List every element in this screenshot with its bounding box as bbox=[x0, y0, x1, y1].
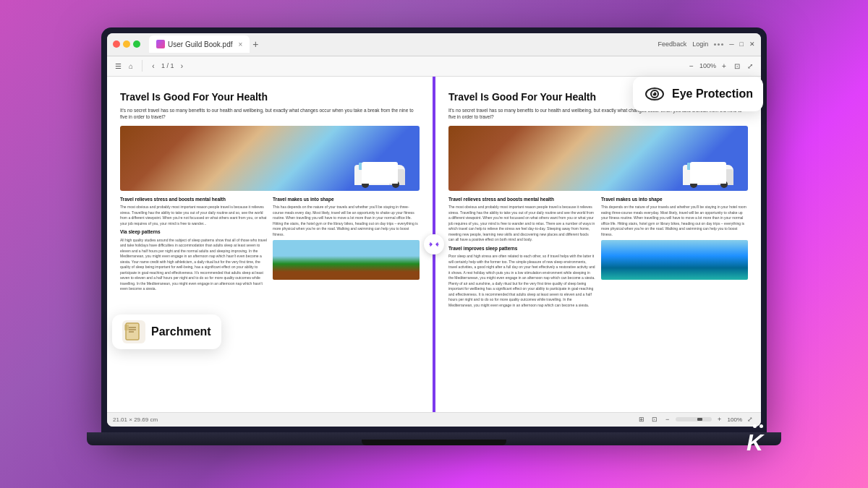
close-window-button[interactable] bbox=[113, 40, 120, 48]
toolbar-zoom-group: − 100% + ⊡ ⤢ bbox=[686, 61, 755, 71]
pdf-left-page: Travel Is Good For Your Health It's no s… bbox=[107, 77, 433, 412]
right-section3-title: Travel improves sleep patterns bbox=[448, 246, 595, 252]
left-section1-title: Travel relieves stress and boosts mental… bbox=[120, 197, 267, 202]
browser-tab-active[interactable]: User Guild Book.pdf × bbox=[149, 35, 250, 53]
pdf-statusbar: 21.01 × 29.69 cm ⊞ ⊡ − + 100% ⤢ bbox=[107, 412, 761, 427]
kortext-logo: K bbox=[728, 419, 763, 454]
parchment-label: Parchment bbox=[151, 325, 211, 338]
minimize-window-button[interactable] bbox=[123, 40, 130, 48]
prev-page-icon[interactable]: ‹ bbox=[148, 61, 158, 71]
k-dot-1 bbox=[753, 424, 757, 428]
statusbar-fit-icon[interactable]: ⊡ bbox=[650, 414, 660, 424]
next-page-icon[interactable]: › bbox=[177, 61, 187, 71]
toolbar-nav-group: ‹ 1 / 1 › bbox=[148, 61, 187, 71]
pdf-divider bbox=[433, 77, 435, 412]
eye-protection-icon bbox=[643, 82, 666, 106]
new-tab-button[interactable]: + bbox=[252, 38, 258, 50]
login-link[interactable]: Login bbox=[692, 40, 708, 48]
left-page-subtitle: It's no secret travel has so many benefi… bbox=[120, 107, 420, 120]
parchment-icon bbox=[122, 320, 145, 343]
k-logo-letter: K bbox=[746, 431, 763, 454]
left-col-2: Travel makes us into shape This has depe… bbox=[273, 197, 420, 295]
right-page-hero-image bbox=[448, 126, 748, 191]
compare-toggle-button[interactable] bbox=[424, 234, 444, 254]
right-two-col: Travel relieves stress and boosts mental… bbox=[448, 197, 748, 311]
statusbar-zoom-in-icon[interactable]: + bbox=[715, 414, 725, 424]
laptop-base bbox=[87, 432, 781, 445]
right-col-1: Travel relieves stress and boosts mental… bbox=[448, 197, 595, 311]
left-section2-text: This has depends on the nature of your t… bbox=[273, 205, 420, 237]
window-controls bbox=[113, 40, 140, 48]
feedback-link[interactable]: Feedback bbox=[658, 40, 687, 48]
eye-protection-badge[interactable]: Eye Protection bbox=[633, 77, 763, 111]
zoom-level: 100% bbox=[699, 62, 716, 69]
left-two-col: Travel relieves stress and boosts mental… bbox=[120, 197, 420, 295]
left-col-1: Travel relieves stress and boosts mental… bbox=[120, 197, 267, 295]
browser-chrome: User Guild Book.pdf × + Feedback Login ─… bbox=[107, 33, 761, 56]
right-section2-text: This depends on the nature of your trave… bbox=[601, 205, 748, 237]
tab-title: User Guild Book.pdf bbox=[168, 40, 233, 48]
statusbar-page-icon[interactable]: ⊞ bbox=[637, 414, 647, 424]
left-section2-title: Travel makes us into shape bbox=[273, 197, 420, 202]
fit-width-icon[interactable]: ⊡ bbox=[732, 61, 742, 71]
zoom-in-icon[interactable]: + bbox=[719, 61, 729, 71]
maximize-window-button[interactable] bbox=[133, 40, 140, 48]
pdf-right-page: Travel Is Good For Your Health It's no s… bbox=[435, 77, 761, 412]
k-logo-dots bbox=[753, 424, 763, 428]
zoom-out-icon[interactable]: − bbox=[686, 61, 697, 71]
k-dot-2 bbox=[760, 424, 763, 428]
parchment-badge[interactable]: Parchment bbox=[112, 314, 221, 349]
browser-actions: Feedback Login ─ □ ✕ bbox=[658, 40, 755, 48]
left-section3-title: Via sleep patterns bbox=[120, 229, 267, 235]
page-number-display: 1 / 1 bbox=[161, 62, 174, 69]
minimize-icon[interactable]: ─ bbox=[729, 40, 733, 48]
right-section2-title: Travel makes us into shape bbox=[601, 197, 748, 202]
pdf-toolbar: ☰ ⌂ ‹ 1 / 1 › − 100% + ⊡ ⤢ bbox=[107, 56, 761, 77]
left-small-image bbox=[273, 240, 420, 280]
right-section1-title: Travel relieves stress and boosts mental… bbox=[448, 197, 595, 202]
toolbar-separator-1 bbox=[142, 60, 142, 72]
right-col-2: Travel makes us into shape This depends … bbox=[601, 197, 748, 311]
home-icon[interactable]: ⌂ bbox=[126, 61, 136, 71]
right-section3-text: Poor sleep and high stress are often rel… bbox=[448, 254, 595, 308]
right-section1-text: The most obvious and probably most impor… bbox=[448, 205, 595, 243]
right-small-image bbox=[601, 240, 748, 280]
laptop-wrapper: Parchment Eye Protection bbox=[90, 27, 778, 461]
close-icon[interactable]: ✕ bbox=[749, 40, 755, 48]
svg-point-8 bbox=[652, 92, 654, 93]
fullscreen-icon[interactable]: ⤢ bbox=[745, 61, 755, 71]
left-page-hero-image bbox=[120, 126, 420, 191]
maximize-icon[interactable]: □ bbox=[740, 40, 744, 48]
tab-close-icon[interactable]: × bbox=[239, 40, 243, 48]
page-dimensions: 21.01 × 29.69 cm bbox=[113, 416, 158, 423]
menu-icon[interactable]: ☰ bbox=[113, 61, 123, 71]
pdf-content: Travel Is Good For Your Health It's no s… bbox=[107, 77, 761, 412]
left-section3-text: All high quality studies around the subj… bbox=[120, 238, 267, 292]
left-section1-text: The most obvious and probably most impor… bbox=[120, 205, 267, 226]
tab-favicon bbox=[156, 40, 165, 48]
eye-protection-label: Eye Protection bbox=[672, 87, 753, 100]
left-page-title: Travel Is Good For Your Health bbox=[120, 91, 420, 103]
svg-rect-4 bbox=[124, 325, 129, 330]
toolbar-file-group: ☰ ⌂ bbox=[113, 61, 136, 71]
statusbar-zoom-out-icon[interactable]: − bbox=[663, 414, 673, 424]
browser-menu-icon[interactable] bbox=[714, 43, 723, 46]
tab-bar: User Guild Book.pdf × + bbox=[149, 35, 654, 53]
